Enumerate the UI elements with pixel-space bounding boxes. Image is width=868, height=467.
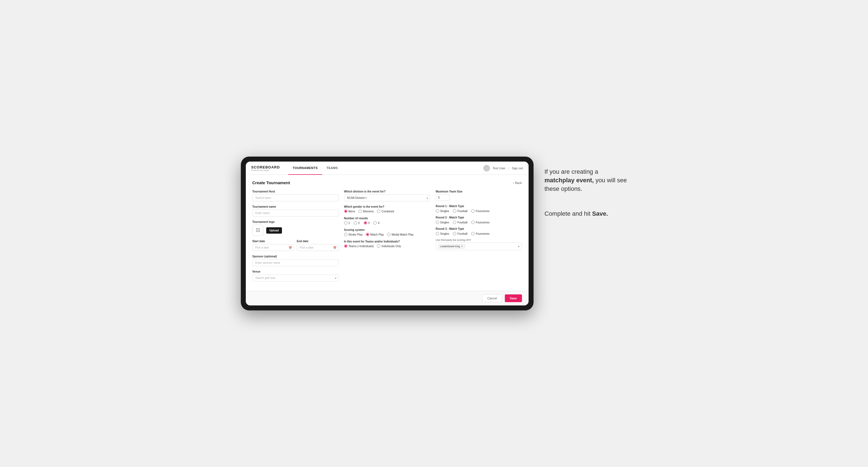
round3-singles-label: Singles [440, 232, 449, 235]
logo-placeholder: 🖼 [252, 225, 264, 236]
save-button[interactable]: Save [505, 294, 522, 302]
round1-fourball-option[interactable]: Fourball [453, 209, 467, 213]
gender-mens-option[interactable]: Mens [344, 210, 355, 213]
annotations: If you are creating a matchplay event, y… [545, 157, 627, 218]
round1-fourball-label: Fourball [457, 210, 467, 213]
brand-logo: SCOREBOARD Powered by clippit [251, 165, 280, 171]
nav-right: Test User | Sign out [483, 165, 523, 172]
round3-foursomes-option[interactable]: Foursomes [471, 232, 489, 235]
round3-foursomes-label: Foursomes [475, 232, 489, 235]
max-team-size-group: Maximum Team Size [436, 190, 522, 201]
round3-fourball-radio[interactable] [453, 232, 456, 235]
api-label: Use third-party live scoring API? [436, 239, 522, 241]
round2-foursomes-radio[interactable] [471, 221, 474, 224]
round2-foursomes-label: Foursomes [475, 221, 489, 224]
round2-fourball-label: Fourball [457, 221, 467, 224]
round3-foursomes-radio[interactable] [471, 232, 474, 235]
rounds-1-option[interactable]: 1 [344, 221, 350, 224]
gender-combined-label: Combined [381, 210, 394, 213]
start-date-input[interactable] [252, 244, 294, 251]
annotation-top-text: If you are creating a matchplay event, y… [545, 168, 627, 193]
round1-foursomes-option[interactable]: Foursomes [471, 209, 489, 213]
form-header: Create Tournament ‹ Back [252, 180, 522, 185]
round1-match-type-group: Round 1 - Match Type Singles Fourball [436, 205, 522, 213]
end-date-group: End date 📅 [297, 240, 339, 251]
round1-label: Round 1 - Match Type [436, 205, 522, 208]
tournament-name-input[interactable] [252, 210, 339, 217]
division-select[interactable]: NCAA Division I [344, 194, 430, 201]
gender-combined-radio[interactable] [377, 210, 380, 213]
rounds-4-radio[interactable] [373, 221, 377, 224]
scoring-medal-option[interactable]: Medal Match Play [387, 233, 413, 236]
logo-section: 🖼 Upload [252, 225, 339, 236]
scoring-stroke-option[interactable]: Stroke Play [344, 233, 363, 236]
upload-button[interactable]: Upload [266, 227, 282, 234]
teams-individuals-label: Individuals Only [381, 245, 401, 248]
nav-links: TOURNAMENTS TEAMS [288, 161, 483, 175]
back-button[interactable]: ‹ Back [513, 181, 522, 185]
scoring-stroke-radio[interactable] [344, 233, 347, 236]
rounds-radio-group: 1 2 3 [344, 221, 430, 224]
tournament-logo-label: Tournament logo [252, 220, 339, 223]
division-select-wrapper: NCAA Division I [344, 194, 430, 201]
end-date-input[interactable] [297, 244, 339, 251]
round1-foursomes-label: Foursomes [475, 210, 489, 213]
teams-teams-option[interactable]: Teams (+Individuals) [344, 244, 374, 248]
round2-foursomes-option[interactable]: Foursomes [471, 221, 489, 224]
gender-womens-option[interactable]: Womens [359, 210, 374, 213]
scoring-medal-radio[interactable] [387, 233, 391, 236]
round1-singles-option[interactable]: Singles [436, 209, 449, 213]
tournament-host-input[interactable] [252, 194, 339, 201]
form-col-2: Which division is the event for? NCAA Di… [344, 190, 430, 285]
rounds-3-radio[interactable] [364, 221, 367, 224]
round2-match-type-group: Round 2 - Match Type Singles Fourball [436, 216, 522, 224]
round1-singles-label: Singles [440, 210, 449, 213]
round1-fourball-radio[interactable] [453, 209, 456, 213]
form-title: Create Tournament [252, 180, 290, 185]
gender-group: Which gender is the event for? Mens Wome… [344, 205, 430, 213]
round2-fourball-radio[interactable] [453, 221, 456, 224]
round1-singles-radio[interactable] [436, 209, 439, 213]
teams-individuals-option[interactable]: Individuals Only [377, 244, 401, 248]
sponsor-input[interactable] [252, 259, 339, 266]
tournament-name-group: Tournament name [252, 205, 339, 217]
rounds-4-option[interactable]: 4 [373, 221, 379, 224]
rounds-2-option[interactable]: 2 [354, 221, 360, 224]
api-remove-button[interactable]: ✕ [461, 245, 463, 248]
round1-foursomes-radio[interactable] [471, 209, 474, 213]
start-date-group: Start date 📅 [252, 240, 294, 251]
round3-options: Singles Fourball Foursomes [436, 232, 522, 235]
rounds-2-radio[interactable] [354, 221, 357, 224]
gender-label: Which gender is the event for? [344, 205, 430, 208]
calendar-icon-start: 📅 [288, 246, 292, 249]
cancel-button[interactable]: Cancel [482, 294, 502, 302]
brand-subtitle: Powered by clippit [251, 169, 280, 171]
nav-link-teams[interactable]: TEAMS [322, 161, 342, 175]
teams-teams-radio[interactable] [344, 244, 347, 248]
round2-singles-option[interactable]: Singles [436, 221, 449, 224]
scoring-match-radio[interactable] [366, 233, 369, 236]
venue-input[interactable] [252, 275, 339, 281]
gender-womens-radio[interactable] [359, 210, 362, 213]
max-team-size-input[interactable] [436, 194, 450, 201]
rounds-label: Number of rounds [344, 217, 430, 220]
sign-out-link[interactable]: Sign out [512, 166, 523, 170]
gender-radio-group: Mens Womens Combined [344, 210, 430, 213]
form-col-3: Maximum Team Size Round 1 - Match Type S… [436, 190, 522, 285]
round3-fourball-option[interactable]: Fourball [453, 232, 467, 235]
gender-mens-radio[interactable] [344, 210, 347, 213]
api-select-wrapper[interactable]: Leaderboard King ✕ ▾ [436, 243, 522, 250]
round2-fourball-option[interactable]: Fourball [453, 221, 467, 224]
teams-teams-label: Teams (+Individuals) [348, 245, 374, 248]
gender-combined-option[interactable]: Combined [377, 210, 394, 213]
round3-singles-option[interactable]: Singles [436, 232, 449, 235]
user-name: Test User [493, 166, 505, 170]
nav-link-tournaments[interactable]: TOURNAMENTS [288, 161, 322, 175]
scoring-match-option[interactable]: Match Play [366, 233, 384, 236]
round3-singles-radio[interactable] [436, 232, 439, 235]
round2-singles-radio[interactable] [436, 221, 439, 224]
round3-fourball-label: Fourball [457, 232, 467, 235]
teams-individuals-radio[interactable] [377, 244, 380, 248]
rounds-1-radio[interactable] [344, 221, 347, 224]
rounds-3-option[interactable]: 3 [364, 221, 370, 224]
